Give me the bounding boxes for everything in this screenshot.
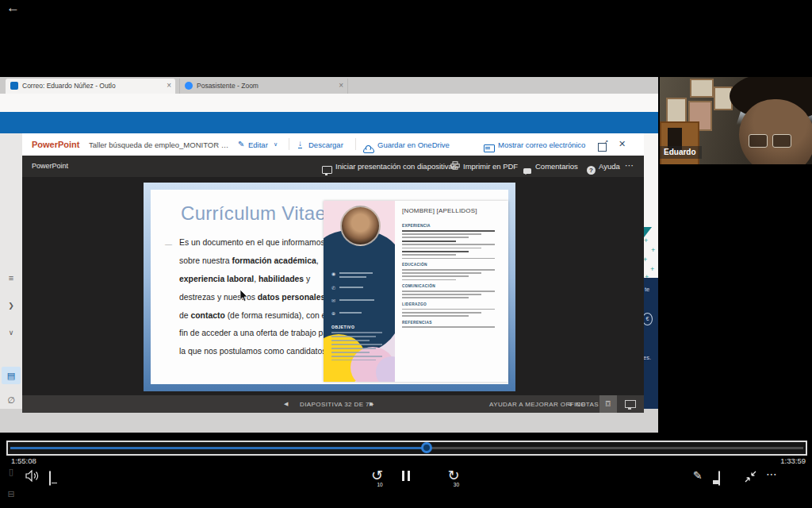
- player-more-icon[interactable]: ⋯: [766, 468, 779, 480]
- show-email-icon: [484, 140, 495, 155]
- tab-zoom[interactable]: Posasistente - Zoom ×: [179, 79, 348, 94]
- zoom-favicon-icon: [185, 82, 193, 90]
- glasses-icon: [749, 134, 768, 148]
- webcam-video: Eduardo: [660, 77, 812, 164]
- edit-pencil-icon: ✎: [238, 140, 244, 148]
- bullet-dash: —: [165, 241, 172, 248]
- slide-position: DIAPOSITIVA 32 DE 74: [300, 401, 373, 408]
- cv-name-placeholder: [NOMBRE] [APELLIDOS]: [402, 207, 477, 214]
- deleted-icon[interactable]: ▯: [0, 467, 22, 477]
- help-circle-icon: ?: [587, 161, 596, 175]
- player-back-icon[interactable]: ←: [6, 0, 20, 16]
- collapse-down-icon[interactable]: ∨: [0, 329, 22, 337]
- inbox-folder-selected[interactable]: ▤: [2, 367, 21, 384]
- cv-profile-photo: [340, 206, 381, 246]
- forward-30-button[interactable]: ↻30: [447, 468, 465, 486]
- mouse-cursor: [239, 289, 249, 302]
- reading-view-button[interactable]: ⌼: [599, 395, 617, 413]
- slideshow-screen-icon: [322, 162, 332, 176]
- cv-objective-lines: [331, 332, 387, 364]
- prev-slide-icon[interactable]: ◀: [284, 401, 289, 407]
- slide-body: Es un documento en el que informamos sob…: [179, 234, 336, 361]
- pause-button[interactable]: [400, 470, 412, 484]
- volume-icon[interactable]: [25, 470, 40, 482]
- participant-name-label: Eduardo: [660, 146, 702, 159]
- junk-icon[interactable]: ∅: [0, 395, 22, 406]
- download-icon: ↓: [298, 140, 302, 148]
- comments-button[interactable]: Comentarios: [535, 162, 578, 171]
- cv-sections: EXPERIENCIAEDUCACIÓNCOMUNICACIÓNLIDERAZG…: [402, 220, 500, 330]
- person-face: [739, 99, 812, 164]
- notes-lines-icon: ≡: [568, 400, 573, 408]
- slideshow-view-icon[interactable]: [625, 400, 636, 410]
- document-title: Taller búsqueda de empleo_MONITOR D...: [89, 140, 230, 149]
- glasses-icon: [772, 134, 791, 148]
- edit-button[interactable]: Editar: [248, 140, 268, 149]
- draw-pencil-icon[interactable]: ✎: [693, 469, 703, 482]
- collapse-icon[interactable]: [744, 470, 757, 483]
- expand-right-icon[interactable]: ❯: [0, 302, 22, 310]
- save-onedrive-button[interactable]: Guardar en OneDrive: [377, 140, 450, 149]
- seek-progress: [10, 447, 427, 449]
- browser-url-bar: ← → ↻ ⌂ https://outlook.live.com/mail/0/…: [0, 94, 658, 113]
- video-player: ← Correo: Eduardo Núñez - Outlo × Posasi…: [0, 0, 812, 508]
- slide: Currículum Vitae — Es un documento en el…: [144, 183, 515, 391]
- tab-close-icon[interactable]: ×: [167, 81, 171, 90]
- slide-page: Currículum Vitae — Es un documento en el…: [151, 190, 508, 384]
- inbox-icon: ▤: [2, 367, 21, 384]
- powerpoint-toolbar: PowerPoint Iniciar presentación con diap…: [22, 156, 644, 177]
- popout-icon[interactable]: [598, 140, 607, 155]
- notes-button[interactable]: NOTAS: [576, 401, 599, 408]
- rewind-10-button[interactable]: ↺10: [371, 468, 389, 486]
- chevron-down-icon[interactable]: ∨: [274, 141, 278, 148]
- outlook-left-rail: ≡ ❯ ∨ ▤ ∅ ✎ ▷ ▯ ⊟ ▭: [0, 133, 22, 409]
- printer-icon: [450, 161, 460, 170]
- tab-outlook[interactable]: Correo: Eduardo Núñez - Outlo ×: [6, 79, 175, 94]
- show-email-button[interactable]: Mostrar correo electrónico: [498, 140, 585, 149]
- tab-close-icon[interactable]: ×: [339, 81, 343, 90]
- picture-frame: [690, 79, 714, 98]
- cv-template-image: ◉ ✆ ✉ ⊕ OBJETIVO [NOMBRE] [APELLIDOS] EX…: [324, 201, 508, 382]
- picture-frame: [666, 98, 687, 123]
- toolbar-more-icon[interactable]: ⋯: [625, 160, 634, 171]
- tab-title: Posasistente - Zoom: [197, 82, 333, 90]
- start-slideshow-button[interactable]: Iniciar presentación con diapositivas: [335, 162, 457, 171]
- outlook-app-bar: Outlook Buscar Reunirse ahora S ⚙ ? EN: [0, 112, 658, 133]
- comments-icon: [523, 162, 531, 176]
- next-slide-icon[interactable]: ▶: [370, 401, 374, 407]
- cv-objective-label: OBJETIVO: [331, 325, 354, 329]
- captions-icon[interactable]: [49, 471, 51, 486]
- email-icon: ✉: [331, 298, 335, 303]
- toolbar-brand: PowerPoint: [32, 162, 68, 170]
- cv-left-column: ◉ ✆ ✉ ⊕ OBJETIVO: [324, 201, 395, 382]
- hamburger-icon[interactable]: ≡: [0, 273, 22, 283]
- remaining-time: 1:33:59: [780, 456, 806, 465]
- archive-icon[interactable]: ⊟: [0, 489, 22, 499]
- elapsed-time: 1:55:08: [11, 456, 36, 465]
- seek-bar[interactable]: [6, 441, 807, 456]
- print-pdf-button[interactable]: Imprimir en PDF: [463, 162, 518, 171]
- powerpoint-brand: PowerPoint: [32, 140, 80, 149]
- powerpoint-status-bar: ◀ DIAPOSITIVA 32 DE 74 ▶ AYUDAR A MEJORA…: [22, 395, 644, 413]
- slide-title: Currículum Vitae: [181, 202, 326, 225]
- cv-right-column: [NOMBRE] [APELLIDOS] EXPERIENCIAEDUCACIÓ…: [395, 201, 508, 382]
- seek-handle[interactable]: [421, 442, 432, 453]
- outlook-favicon-icon: [10, 82, 18, 90]
- picture-in-picture-icon[interactable]: [718, 471, 720, 486]
- overlay-close-icon[interactable]: ✕: [619, 139, 626, 149]
- powerpoint-header: PowerPoint Taller búsqueda de empleo_MON…: [22, 133, 644, 156]
- tab-title: Correo: Eduardo Núñez - Outlo: [22, 82, 161, 90]
- phone-icon: ✆: [331, 285, 335, 291]
- download-button[interactable]: Descargar: [308, 140, 343, 149]
- onedrive-cloud-icon: [363, 141, 374, 156]
- help-button[interactable]: Ayuda: [599, 162, 620, 171]
- browser-tab-bar: Correo: Eduardo Núñez - Outlo × Posasist…: [0, 77, 658, 94]
- web-icon: ⊕: [331, 310, 335, 316]
- location-pin-icon: ◉: [331, 271, 335, 276]
